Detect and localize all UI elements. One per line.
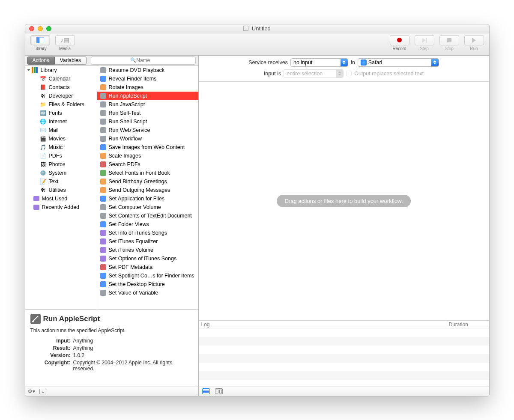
category-item[interactable]: 📅Calendar [25,74,97,83]
category-label: Text [49,179,59,185]
action-item[interactable]: Send Outgoing Messages [97,186,198,194]
category-item[interactable]: 📄PDFs [25,152,97,160]
action-item[interactable]: Set Info of iTunes Songs [97,229,198,237]
action-item[interactable]: Run JavaScript [97,100,198,109]
action-item[interactable]: Search PDFs [97,160,198,169]
action-item[interactable]: Set Folder Views [97,220,198,229]
workflow-toggle-button[interactable]: ⌄ [39,389,46,394]
category-smart-item[interactable]: Recently Added [25,203,97,211]
log-view-button[interactable] [202,388,210,394]
action-item[interactable]: Run Web Service [97,126,198,134]
action-item[interactable]: Select Fonts in Font Book [97,169,198,177]
action-item[interactable]: Set Contents of TextEdit Document [97,211,198,220]
category-icon: 📝 [40,178,47,185]
library-tool-button[interactable]: Library [29,35,52,51]
action-item[interactable]: Set Application for Files [97,194,198,203]
action-item[interactable]: Set Value of Variable [97,289,198,297]
service-receives-label: Service receives [248,60,288,66]
action-label: Run JavaScript [109,101,145,107]
workflow-pane: Service receives no input in Safari Inpu… [199,56,489,396]
action-icon [100,187,107,194]
stop-label: Stop [445,46,454,51]
log-column-header[interactable]: Log [199,321,446,328]
action-icon [100,75,107,82]
service-app-popup[interactable]: Safari [358,58,439,67]
category-item[interactable]: ⚙️System [25,169,97,177]
action-item[interactable]: Set iTunes Volume [97,246,198,254]
chevron-updown-icon [431,59,439,66]
info-copyright-label: Copyright: [30,360,73,372]
category-item[interactable]: 🔤Fonts [25,109,97,117]
categories-list[interactable]: Library📅Calendar📕Contacts🛠Developer📁File… [25,66,97,309]
category-item[interactable]: 🌐Internet [25,117,97,126]
action-item[interactable]: Save Images from Web Content [97,143,198,152]
gear-menu-button[interactable]: ⚙︎▾ [28,388,35,394]
action-item[interactable]: Set Options of iTunes Songs [97,254,198,263]
service-config-bar: Service receives no input in Safari Inpu… [199,56,489,82]
run-label: Run [470,46,478,51]
action-item[interactable]: Reveal Finder Items [97,74,198,83]
action-item[interactable]: Rotate Images [97,83,198,92]
document-proxy-icon[interactable] [243,26,248,31]
category-icon: 🛠 [40,187,47,194]
variables-view-button[interactable] [215,388,223,394]
category-item[interactable]: 📕Contacts [25,83,97,92]
action-icon [100,178,107,185]
action-item[interactable]: Run Self-Test [97,109,198,117]
category-label: Files & Folders [49,101,84,107]
action-label: Set iTunes Volume [109,247,153,253]
action-item[interactable]: Set Spotlight Co…s for Finder Items [97,271,198,280]
step-button[interactable]: Step [413,35,436,51]
svg-rect-4 [36,67,38,73]
variables-tab[interactable]: Variables [55,57,87,65]
workflow-canvas[interactable]: Drag actions or files here to build your… [199,82,489,320]
category-item[interactable]: 🛠Utilities [25,186,97,194]
action-item[interactable]: Set Computer Volume [97,203,198,211]
category-item[interactable]: 🖼Photos [25,160,97,169]
action-item[interactable]: Set the Desktop Picture [97,280,198,289]
window-title: Untitled [25,25,489,32]
category-item[interactable]: 🎵Music [25,143,97,152]
action-item[interactable]: Send Birthday Greetings [97,177,198,186]
action-icon [100,170,107,176]
category-smart-item[interactable]: Most Used [25,194,97,203]
media-tool-button[interactable]: ♪▤ Media [54,35,77,51]
run-button[interactable]: Run [463,35,486,51]
action-item[interactable]: Run Workflow [97,134,198,143]
action-item[interactable]: Resume DVD Playback [97,66,198,74]
action-item[interactable]: Set iTunes Equalizer [97,237,198,246]
input-is-label: Input is [264,71,281,77]
actions-tab[interactable]: Actions [27,57,55,65]
workflow-placeholder: Drag actions or files here to build your… [277,195,410,207]
library-footer: ⚙︎▾ ⌄ [25,387,198,396]
record-icon [397,38,402,42]
stop-button[interactable]: Stop [438,35,461,51]
category-item[interactable]: 🛠Developer [25,92,97,100]
category-item[interactable]: 🎬Movies [25,134,97,143]
action-item[interactable]: Run Shell Script [97,117,198,126]
category-icon: 📁 [40,101,47,108]
category-item[interactable]: 📝Text [25,177,97,186]
category-item[interactable]: ✉️Mail [25,126,97,134]
action-icon [100,272,107,279]
action-icon [100,144,107,151]
category-label: PDFs [49,153,62,159]
action-label: Resume DVD Playback [109,67,165,73]
search-input[interactable] [91,57,196,65]
category-label: Library [41,67,57,73]
action-item[interactable]: Set PDF Metadata [97,263,198,271]
service-receives-popup[interactable]: no input [290,58,348,67]
category-library[interactable]: Library [25,66,97,74]
actions-list[interactable]: Resume DVD PlaybackReveal Finder ItemsRo… [97,66,198,309]
category-icon: ⚙️ [40,170,47,176]
svg-rect-3 [34,67,36,73]
action-label: Search PDFs [109,161,140,167]
workflow-footer [199,387,489,396]
action-info-pane: Run AppleScript This action runs the spe… [25,310,198,387]
action-item[interactable]: Run AppleScript [97,92,198,100]
disclosure-triangle-icon[interactable] [27,69,30,71]
record-button[interactable]: Record [388,35,411,51]
category-item[interactable]: 📁Files & Folders [25,100,97,109]
duration-column-header[interactable]: Duration [446,321,489,328]
action-item[interactable]: Scale Images [97,152,198,160]
